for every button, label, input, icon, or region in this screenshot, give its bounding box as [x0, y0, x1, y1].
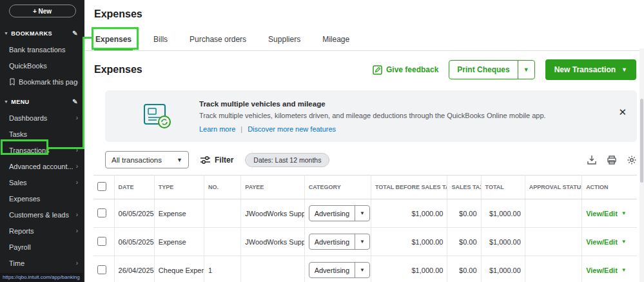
print-cheques-button[interactable]: Print Cheques — [449, 61, 517, 79]
tab-purchase-orders[interactable]: Purchase orders — [188, 30, 248, 50]
category-value: Advertising — [309, 210, 355, 217]
menu-header-label: MENU — [11, 99, 29, 105]
chevron-right-icon: › — [76, 259, 78, 267]
cell-total-before-sales-tax: $1,000.00 — [371, 228, 447, 256]
sidebar-item-label: Payroll — [9, 243, 78, 251]
chevron-right-icon: › — [76, 114, 78, 121]
column-header-action[interactable]: ACTION — [582, 176, 637, 199]
cell-total-before-sales-tax: $1,000.00 — [371, 256, 447, 282]
chevron-down-icon: ▼ — [355, 234, 369, 249]
discover-features-link[interactable]: Discover more new features — [248, 125, 336, 133]
column-header-category[interactable]: CATEGORY — [304, 176, 371, 199]
filter-label: Filter — [215, 156, 233, 165]
dates-filter-chip[interactable]: Dates: Last 12 months — [245, 153, 329, 167]
chevron-down-icon: ▼ — [4, 99, 8, 104]
column-header-type[interactable]: TYPE — [154, 176, 204, 199]
edit-menu-icon[interactable]: ✎ — [72, 98, 78, 105]
tab-bar: Expenses Bills Purchase orders Suppliers… — [84, 30, 644, 51]
cell-payee — [241, 256, 304, 282]
sidebar-item-label: Time — [9, 259, 73, 267]
cell-total: $1,000.00 — [481, 256, 525, 282]
give-feedback-link[interactable]: Give feedback — [373, 65, 438, 75]
sidebar-item-bookmark-this-page[interactable]: Bookmark this page — [0, 74, 84, 90]
chevron-down-icon: ▼ — [355, 263, 369, 277]
sidebar-item-label: Sales — [9, 179, 73, 186]
sidebar-item-dashboards[interactable]: Dashboards › — [0, 110, 84, 126]
link-separator: | — [240, 125, 242, 133]
row-checkbox[interactable] — [97, 237, 106, 246]
category-dropdown[interactable]: Advertising ▼ — [309, 234, 370, 250]
sidebar-item-sales[interactable]: Sales › — [0, 174, 84, 190]
sidebar-item-expenses[interactable]: Expenses — [0, 190, 84, 206]
print-icon[interactable] — [607, 155, 617, 165]
give-feedback-label: Give feedback — [386, 65, 438, 74]
table-row: 06/05/2025 Expense JWoodWorks Supplier A… — [93, 199, 637, 228]
tab-suppliers[interactable]: Suppliers — [267, 30, 302, 50]
new-transaction-button[interactable]: New Transaction ▼ — [545, 59, 636, 80]
new-button[interactable]: + New — [9, 5, 76, 17]
filter-sliders-icon — [200, 156, 210, 164]
sidebar-item-time[interactable]: Time › — [0, 255, 84, 271]
view-edit-link[interactable]: View/Edit ▼ — [586, 238, 627, 246]
sidebar: + New ▼ BOOKMARKS ✎ Bank transactions Qu… — [0, 0, 84, 282]
column-header-sales-tax[interactable]: SALES TAX — [447, 176, 481, 199]
column-header-total[interactable]: TOTAL — [481, 176, 525, 199]
cell-no: 1 — [204, 256, 241, 282]
column-header-no[interactable]: NO. — [204, 176, 241, 199]
sidebar-item-reports[interactable]: Reports › — [0, 223, 84, 239]
banner-description: Track multiple vehicles, kilometers driv… — [199, 112, 546, 119]
menu-section-header[interactable]: ▼ MENU ✎ — [0, 94, 84, 110]
export-icon[interactable] — [587, 155, 597, 165]
category-value: Advertising — [309, 267, 355, 274]
sidebar-item-bank-transactions[interactable]: Bank transactions — [0, 41, 84, 57]
sidebar-item-label: Transactions — [9, 146, 73, 154]
sidebar-item-customers-leads[interactable]: Customers & leads › — [0, 206, 84, 223]
chevron-down-icon: ▼ — [621, 267, 627, 273]
view-edit-link[interactable]: View/Edit ▼ — [586, 267, 627, 274]
sidebar-item-label: Bookmark this page — [19, 78, 78, 86]
tab-bills[interactable]: Bills — [152, 30, 169, 50]
row-checkbox[interactable] — [97, 208, 106, 217]
column-header-payee[interactable]: PAYEE — [241, 176, 304, 199]
column-header-approval-status[interactable]: APPROVAL STATUS — [525, 176, 581, 199]
select-all-checkbox[interactable] — [97, 182, 106, 191]
filter-button[interactable]: Filter — [200, 156, 233, 165]
scrollbar[interactable] — [639, 48, 644, 282]
edit-bookmarks-icon[interactable]: ✎ — [72, 30, 78, 37]
section-header: Expenses Give feedback Print Cheques ▼ — [84, 51, 644, 86]
feedback-pencil-icon — [373, 65, 382, 75]
sidebar-item-tasks[interactable]: Tasks — [0, 126, 84, 142]
chevron-right-icon: › — [76, 146, 78, 154]
page-title: Expenses — [84, 0, 644, 20]
tab-mileage[interactable]: Mileage — [321, 30, 351, 50]
sidebar-item-advanced-accounting[interactable]: Advanced account... › — [0, 158, 84, 174]
column-header-date[interactable]: DATE — [114, 176, 154, 199]
view-edit-link[interactable]: View/Edit ▼ — [586, 210, 627, 217]
sidebar-item-label: Customers & leads — [9, 211, 73, 219]
chevron-right-icon: › — [76, 163, 78, 170]
bookmarks-section-header[interactable]: ▼ BOOKMARKS ✎ — [0, 25, 84, 41]
sidebar-item-transactions[interactable]: Transactions › — [0, 142, 84, 158]
sidebar-item-quickbooks[interactable]: QuickBooks — [0, 57, 84, 74]
sidebar-item-label: Dashboards — [9, 114, 73, 122]
print-cheques-dropdown-toggle[interactable]: ▼ — [518, 61, 534, 79]
chevron-down-icon: ▼ — [4, 31, 8, 35]
row-checkbox[interactable] — [97, 265, 106, 274]
learn-more-link[interactable]: Learn more — [199, 125, 235, 133]
category-dropdown[interactable]: Advertising ▼ — [309, 262, 370, 278]
category-dropdown[interactable]: Advertising ▼ — [309, 205, 370, 221]
sidebar-item-label: Bank transactions — [9, 46, 78, 54]
tab-expenses[interactable]: Expenses — [94, 30, 133, 50]
bookmark-icon — [9, 78, 15, 86]
cell-approval-status — [525, 228, 581, 256]
gear-icon[interactable] — [627, 155, 637, 165]
transaction-type-filter-dropdown[interactable]: All transactions ▼ — [105, 151, 189, 168]
table-header-row: DATE TYPE NO. PAYEE CATEGORY TOTAL BEFOR… — [93, 176, 637, 199]
cell-sales-tax: $0.00 — [447, 228, 481, 256]
main-content: Expenses Expenses Bills Purchase orders … — [84, 0, 644, 282]
cell-payee: JWoodWorks Supplier — [241, 199, 304, 228]
sidebar-item-payroll[interactable]: Payroll — [0, 239, 84, 255]
view-edit-label: View/Edit — [586, 267, 618, 274]
close-icon[interactable]: ✕ — [618, 107, 627, 117]
column-header-total-before-sales-tax[interactable]: TOTAL BEFORE SALES TAX — [371, 176, 447, 199]
